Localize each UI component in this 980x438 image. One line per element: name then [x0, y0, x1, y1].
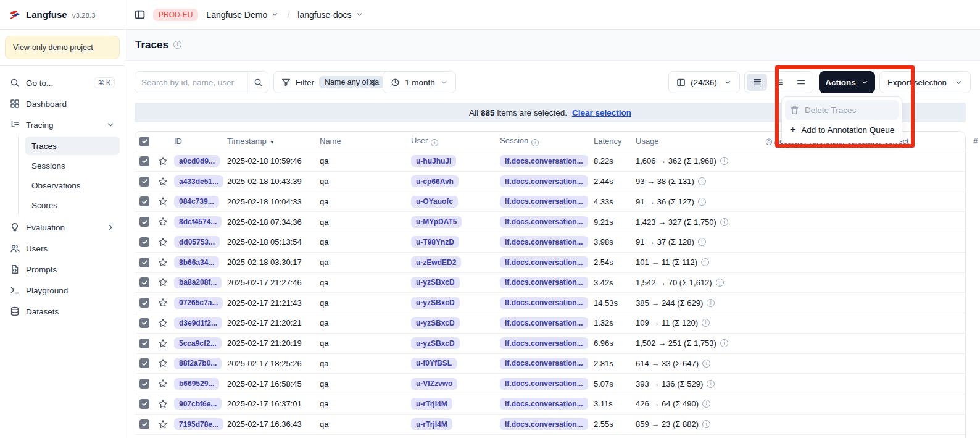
star-icon[interactable]	[158, 177, 174, 187]
clear-filter-button[interactable]	[364, 74, 380, 90]
row-checkbox[interactable]	[139, 318, 149, 328]
user-badge[interactable]: u-rTrjI4M	[411, 418, 452, 430]
star-icon[interactable]	[158, 277, 174, 287]
info-icon[interactable]: i	[702, 319, 710, 327]
table-row[interactable]: 907cbf6e... 2025-02-17 16:37:01 qa u-rTr…	[135, 394, 965, 415]
menu-item-add-to-annotation-queue[interactable]: + Add to Annotation Queue	[785, 120, 899, 140]
user-badge[interactable]: u-yzSBxcD	[411, 277, 460, 288]
session-badge[interactable]: lf.docs.conversation...	[500, 398, 588, 410]
info-icon[interactable]: i	[707, 299, 715, 307]
row-height-medium-button[interactable]	[769, 74, 789, 91]
info-icon[interactable]: i	[702, 400, 710, 408]
sidebar-item-dashboard[interactable]: Dashboard	[5, 95, 120, 113]
select-all-checkbox[interactable]	[139, 137, 149, 146]
trace-id-badge[interactable]: 07265c7a...	[174, 297, 223, 309]
star-icon[interactable]	[158, 379, 174, 389]
actions-button[interactable]: Actions	[819, 71, 875, 93]
session-badge[interactable]: lf.docs.conversation...	[500, 337, 588, 349]
user-badge[interactable]: u-cp66Avh	[411, 175, 459, 187]
star-icon[interactable]	[158, 298, 174, 308]
project-switcher[interactable]: langfuse-docs	[297, 10, 363, 20]
header-user[interactable]: Useri	[411, 136, 500, 146]
session-badge[interactable]: lf.docs.conversation...	[500, 175, 588, 187]
session-badge[interactable]: lf.docs.conversation...	[500, 418, 588, 430]
session-badge[interactable]: lf.docs.conversation...	[500, 155, 588, 167]
sidebar-item-users[interactable]: Users	[5, 239, 120, 258]
header-timestamp[interactable]: Timestamp▼	[227, 137, 320, 146]
table-row[interactable]: a0cd0d9... 2025-02-18 10:59:46 qa u-huJh…	[135, 151, 965, 172]
session-badge[interactable]: lf.docs.conversation...	[500, 358, 588, 369]
info-icon[interactable]: i	[720, 157, 728, 165]
row-checkbox[interactable]	[139, 237, 149, 247]
sidebar-item-scores[interactable]: Scores	[25, 196, 120, 214]
table-row[interactable]: dd05753... 2025-02-18 05:13:54 qa u-T98Y…	[135, 232, 965, 253]
panel-toggle-button[interactable]	[135, 9, 145, 20]
star-icon[interactable]	[158, 196, 174, 206]
star-icon[interactable]	[158, 399, 174, 409]
row-height-large-button[interactable]	[791, 74, 811, 91]
session-badge[interactable]: lf.docs.conversation...	[500, 378, 588, 390]
user-badge[interactable]: u-huJhuJi	[411, 155, 456, 167]
demo-project-link[interactable]: demo project	[48, 43, 93, 52]
row-checkbox[interactable]	[139, 419, 149, 429]
info-icon[interactable]: i	[701, 258, 709, 266]
header-latency[interactable]: Latency	[594, 137, 636, 146]
trace-id-badge[interactable]: 88f2a7b0...	[174, 358, 222, 369]
session-badge[interactable]: lf.docs.conversation...	[500, 317, 588, 329]
table-row[interactable]: ba8a208f... 2025-02-17 21:27:46 qa u-yzS…	[135, 273, 965, 293]
search-input[interactable]	[135, 78, 243, 87]
search-icon[interactable]	[247, 72, 268, 93]
row-checkbox[interactable]	[139, 358, 149, 368]
row-checkbox[interactable]	[139, 258, 149, 267]
columns-button[interactable]: (24/36)	[668, 71, 740, 93]
info-icon[interactable]: i	[702, 360, 710, 368]
sidebar-item-traces[interactable]: Traces	[25, 137, 120, 155]
star-icon[interactable]	[158, 156, 174, 166]
table-row[interactable]: 8b66a34... 2025-02-18 03:30:17 qa u-zEwd…	[135, 253, 965, 273]
info-icon[interactable]: i	[173, 41, 181, 49]
clear-selection-link[interactable]: Clear selection	[572, 108, 631, 117]
user-badge[interactable]: u-VIZzvwo	[411, 378, 457, 390]
time-range-button[interactable]: 1 month	[383, 71, 456, 93]
user-badge[interactable]: u-yzSBxcD	[411, 297, 460, 309]
row-checkbox[interactable]	[139, 156, 149, 166]
trace-id-badge[interactable]: ba8a208f...	[174, 277, 222, 288]
export-selection-button[interactable]: Export selection	[879, 71, 971, 93]
star-icon[interactable]	[158, 339, 174, 348]
sidebar-item-observations[interactable]: Observations	[25, 176, 120, 195]
trace-id-badge[interactable]: dd05753...	[174, 236, 220, 248]
header-session[interactable]: Sessioni	[500, 136, 594, 146]
session-badge[interactable]: lf.docs.conversation...	[500, 277, 588, 288]
trace-id-badge[interactable]: 8b66a34...	[174, 256, 219, 268]
table-row[interactable]: 5cca9cf2... 2025-02-17 21:20:19 qa u-yzS…	[135, 334, 965, 354]
row-checkbox[interactable]	[139, 298, 149, 308]
trace-id-badge[interactable]: 5cca9cf2...	[174, 337, 222, 349]
star-icon[interactable]	[158, 258, 174, 267]
trace-id-badge[interactable]: 8dcf4574...	[174, 216, 222, 228]
star-icon[interactable]	[158, 237, 174, 247]
sidebar-item-datasets[interactable]: Datasets	[5, 302, 120, 321]
star-icon[interactable]	[158, 358, 174, 368]
row-checkbox[interactable]	[139, 217, 149, 227]
row-checkbox[interactable]	[139, 379, 149, 389]
star-icon[interactable]	[158, 419, 174, 429]
info-icon[interactable]: i	[707, 380, 715, 388]
info-icon[interactable]: i	[698, 177, 706, 185]
table-row[interactable]: b669529... 2025-02-17 16:58:45 qa u-VIZz…	[135, 374, 965, 394]
user-badge[interactable]: u-T98YnzD	[411, 236, 459, 248]
trace-id-badge[interactable]: 7195d78e...	[174, 418, 223, 430]
table-row[interactable]: 084c739... 2025-02-18 10:04:33 qa u-OYau…	[135, 192, 965, 213]
row-checkbox[interactable]	[139, 339, 149, 348]
trace-id-badge[interactable]: 907cbf6e...	[174, 398, 222, 410]
header-name[interactable]: Name	[320, 137, 411, 146]
menu-item-delete-traces[interactable]: Delete Traces	[785, 100, 899, 120]
sidebar-item-prompts[interactable]: Prompts	[5, 260, 120, 279]
trace-id-badge[interactable]: 084c739...	[174, 196, 219, 208]
user-badge[interactable]: u-rTrjI4M	[411, 398, 452, 410]
row-checkbox[interactable]	[139, 177, 149, 187]
row-height-small-button[interactable]	[747, 74, 767, 91]
row-checkbox[interactable]	[139, 399, 149, 409]
info-icon[interactable]: i	[720, 218, 728, 226]
info-icon[interactable]: i	[698, 238, 706, 246]
table-row[interactable]: d3e9d1f2... 2025-02-17 21:20:21 qa u-yzS…	[135, 313, 965, 334]
